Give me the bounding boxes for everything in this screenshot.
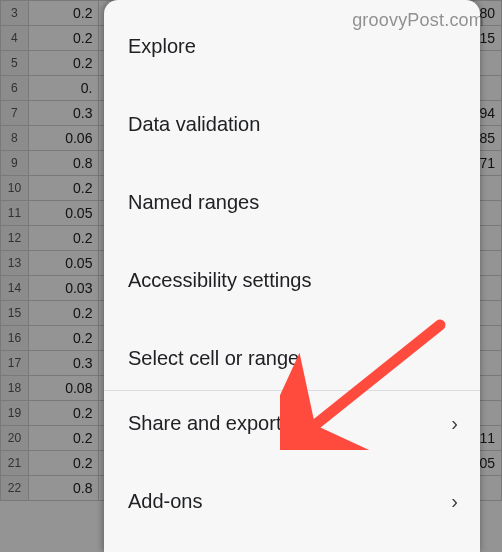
row-header: 17: [1, 351, 29, 376]
cell[interactable]: 0.2: [28, 1, 99, 26]
cell[interactable]: 0.2: [28, 326, 99, 351]
row-header: 7: [1, 101, 29, 126]
chevron-right-icon: ›: [443, 412, 458, 435]
cell[interactable]: 0.: [28, 76, 99, 101]
cell[interactable]: 0.2: [28, 451, 99, 476]
row-header: 22: [1, 476, 29, 501]
cell[interactable]: 0.2: [28, 51, 99, 76]
row-header: 18: [1, 376, 29, 401]
menu-gap: [104, 312, 480, 326]
menu-gap: [104, 455, 480, 469]
cell[interactable]: 0.3: [28, 351, 99, 376]
menu-item-label: Accessibility settings: [128, 269, 311, 292]
cell[interactable]: 0.03: [28, 276, 99, 301]
cell[interactable]: 0.08: [28, 376, 99, 401]
menu-item-add-ons[interactable]: Add-ons ›: [104, 469, 480, 533]
cell[interactable]: 0.05: [28, 201, 99, 226]
cell[interactable]: 0.3: [28, 101, 99, 126]
menu-item-label: Select cell or range: [128, 347, 299, 370]
row-header: 8: [1, 126, 29, 151]
cell[interactable]: 0.05: [28, 251, 99, 276]
row-header: 5: [1, 51, 29, 76]
cell[interactable]: 0.8: [28, 151, 99, 176]
watermark-text: groovyPost.com: [352, 10, 484, 31]
row-header: 11: [1, 201, 29, 226]
menu-item-label: Share and export: [128, 412, 281, 435]
row-header: 21: [1, 451, 29, 476]
cell[interactable]: 0.2: [28, 426, 99, 451]
menu-gap: [104, 234, 480, 248]
row-header: 9: [1, 151, 29, 176]
menu-item-select-cell[interactable]: Select cell or range: [104, 326, 480, 390]
cell[interactable]: 0.2: [28, 26, 99, 51]
context-menu: Explore Data validation Named ranges Acc…: [104, 0, 480, 552]
menu-item-label: Named ranges: [128, 191, 259, 214]
row-header: 15: [1, 301, 29, 326]
row-header: 6: [1, 76, 29, 101]
menu-item-label: Data validation: [128, 113, 260, 136]
row-header: 12: [1, 226, 29, 251]
row-header: 4: [1, 26, 29, 51]
row-header: 14: [1, 276, 29, 301]
cell[interactable]: 0.2: [28, 301, 99, 326]
menu-gap: [104, 156, 480, 170]
menu-item-label: Add-ons: [128, 490, 203, 513]
cell[interactable]: 0.06: [28, 126, 99, 151]
menu-item-accessibility[interactable]: Accessibility settings: [104, 248, 480, 312]
row-header: 13: [1, 251, 29, 276]
row-header: 10: [1, 176, 29, 201]
menu-item-named-ranges[interactable]: Named ranges: [104, 170, 480, 234]
row-header: 20: [1, 426, 29, 451]
cell[interactable]: 0.2: [28, 226, 99, 251]
row-header: 16: [1, 326, 29, 351]
cell[interactable]: 0.8: [28, 476, 99, 501]
menu-item-label: Explore: [128, 35, 196, 58]
cell[interactable]: 0.2: [28, 401, 99, 426]
menu-item-data-validation[interactable]: Data validation: [104, 92, 480, 156]
menu-item-share-export[interactable]: Share and export ›: [104, 391, 480, 455]
chevron-right-icon: ›: [443, 490, 458, 513]
row-header: 3: [1, 1, 29, 26]
menu-gap: [104, 78, 480, 92]
row-header: 19: [1, 401, 29, 426]
cell[interactable]: 0.2: [28, 176, 99, 201]
